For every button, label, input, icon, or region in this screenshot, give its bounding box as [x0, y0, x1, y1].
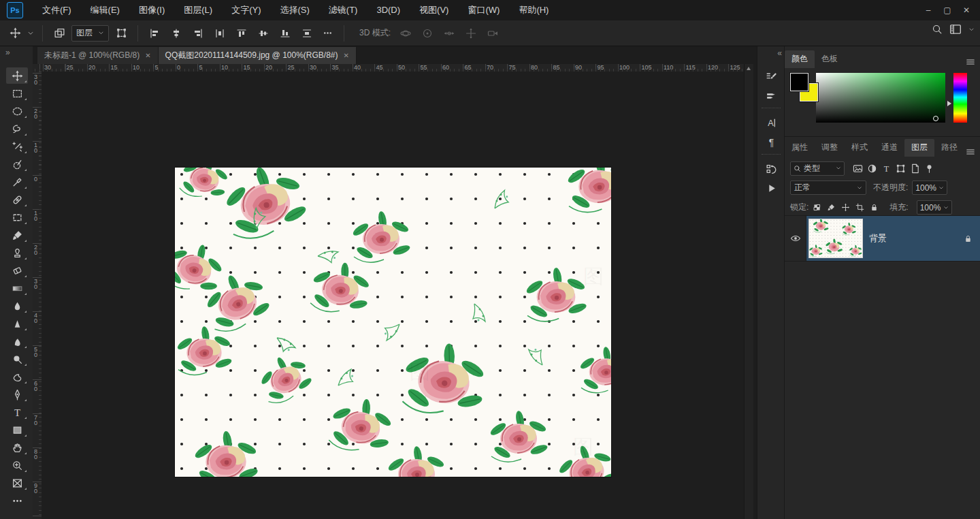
dock-collapse-chevron[interactable]: «	[777, 48, 781, 58]
tool-hand[interactable]	[6, 439, 28, 456]
close-tab-icon[interactable]: ✕	[145, 52, 150, 59]
tool-preset-chevron-icon[interactable]	[27, 30, 34, 37]
align-top-icon[interactable]	[233, 25, 250, 42]
foreground-color-swatch[interactable]	[790, 73, 808, 91]
hue-slider-arrow[interactable]	[947, 101, 951, 106]
menu-item-6[interactable]: 滤镜(T)	[319, 0, 368, 20]
tab-样式[interactable]: 样式	[845, 139, 875, 157]
smart-filter-icon[interactable]	[910, 163, 920, 174]
layer-filter-dropdown[interactable]: 类型	[790, 161, 845, 176]
hue-slider[interactable]	[953, 73, 967, 123]
menu-item-7[interactable]: 3D(D)	[367, 0, 410, 20]
menu-item-4[interactable]: 文字(Y)	[222, 0, 270, 20]
tool-smudge[interactable]	[6, 333, 28, 349]
tool-dodge[interactable]	[6, 351, 28, 367]
tool-burn[interactable]	[6, 368, 28, 385]
align-bottom-icon[interactable]	[277, 25, 293, 42]
tab-图层[interactable]: 图层	[904, 139, 934, 157]
tool-gradient[interactable]	[6, 280, 28, 296]
tool-edit-toolbar[interactable]	[6, 492, 28, 509]
align-middle-v-icon[interactable]	[255, 25, 272, 42]
document-tab[interactable]: 未标题-1 @ 100%(RGB/8) ✕	[37, 47, 159, 64]
minimize-button[interactable]: –	[919, 3, 938, 18]
tool-quick-select[interactable]	[6, 156, 28, 172]
blend-mode-dropdown[interactable]: 正常	[790, 180, 866, 195]
distribute-h-icon[interactable]	[212, 25, 228, 42]
orbit-3d-icon[interactable]	[397, 25, 414, 42]
tool-sharpen[interactable]	[6, 315, 28, 332]
menu-item-10[interactable]: 帮助(H)	[509, 0, 558, 20]
show-transform-controls-icon[interactable]	[113, 25, 129, 42]
chevron-down-icon[interactable]	[968, 27, 975, 33]
tool-eyedropper[interactable]	[6, 174, 28, 190]
tool-magic-wand[interactable]	[6, 138, 28, 155]
tools-expand-chevron[interactable]: »	[5, 48, 9, 57]
pan-3d-icon[interactable]	[441, 25, 457, 42]
close-button[interactable]: ✕	[957, 3, 976, 18]
more-align-options-icon[interactable]	[319, 25, 336, 42]
tab-swatches[interactable]: 色板	[815, 50, 845, 68]
auto-select-icon[interactable]	[51, 25, 67, 42]
tab-color[interactable]: 颜色	[785, 50, 815, 68]
menu-item-5[interactable]: 选择(S)	[270, 0, 318, 20]
menu-item-0[interactable]: 文件(F)	[33, 0, 81, 20]
color-spectrum-field[interactable]	[816, 73, 945, 123]
panel-brushes-icon[interactable]	[763, 87, 779, 104]
tool-patch[interactable]	[6, 209, 28, 225]
tool-lasso[interactable]	[6, 121, 28, 137]
tool-rectangle-shape[interactable]	[6, 422, 28, 438]
panel-menu-icon[interactable]	[966, 147, 975, 157]
tool-frame[interactable]	[6, 475, 28, 491]
image-filter-icon[interactable]	[853, 163, 863, 174]
scroll-up-arrow-icon[interactable]	[747, 67, 751, 70]
move-lock-icon[interactable]	[841, 203, 850, 212]
fill-input[interactable]: 100%	[917, 200, 952, 215]
layer-visibility-cell[interactable]	[785, 216, 806, 261]
maximize-button[interactable]: ▢	[938, 3, 957, 18]
tool-pen[interactable]	[6, 386, 28, 403]
panel-menu-icon[interactable]	[966, 57, 975, 67]
menu-item-9[interactable]: 窗口(W)	[458, 0, 509, 20]
close-tab-icon[interactable]: ✕	[344, 52, 349, 59]
distribute-v-icon[interactable]	[299, 25, 315, 42]
photoshop-logo[interactable]: Ps	[7, 2, 23, 18]
brush-lock-icon[interactable]	[827, 203, 836, 212]
search-icon[interactable]	[932, 24, 943, 35]
tool-type[interactable]: T	[6, 404, 28, 420]
tool-ellipse-marquee[interactable]	[6, 103, 28, 119]
tool-clone-stamp[interactable]	[6, 245, 28, 261]
tool-move[interactable]	[6, 67, 28, 84]
tab-路径[interactable]: 路径	[934, 139, 964, 157]
menu-item-3[interactable]: 图层(L)	[174, 0, 222, 20]
panel-history-icon[interactable]	[763, 161, 779, 177]
shape-filter-icon[interactable]	[896, 163, 906, 174]
layer-row-background[interactable]: 背景	[785, 215, 980, 262]
lock-icon[interactable]	[870, 203, 879, 212]
camera-3d-icon[interactable]	[485, 25, 501, 42]
slide-3d-icon[interactable]	[463, 25, 479, 42]
menu-item-2[interactable]: 图像(I)	[129, 0, 174, 20]
eye-icon[interactable]	[790, 233, 801, 244]
panel-paragraph-icon[interactable]: ¶	[763, 133, 779, 150]
tool-healing-brush[interactable]	[6, 191, 28, 208]
panel-actions-icon[interactable]	[763, 180, 779, 196]
align-right-icon[interactable]	[190, 25, 206, 42]
current-tool-icon[interactable]	[7, 25, 23, 42]
document-tab-active[interactable]: QQ截图20201114144509.jpg @ 100%(RGB/8#) ✕	[159, 47, 357, 64]
layer-thumbnail[interactable]	[809, 219, 862, 257]
panel-brush-settings-icon[interactable]	[763, 68, 779, 84]
tool-blur[interactable]	[6, 298, 28, 314]
checker-lock-icon[interactable]	[813, 203, 821, 212]
roll-3d-icon[interactable]	[419, 25, 436, 42]
tool-rect-marquee[interactable]	[6, 85, 28, 101]
opacity-input[interactable]: 100%	[912, 180, 947, 195]
menu-item-1[interactable]: 编辑(E)	[81, 0, 129, 20]
panel-character-icon[interactable]: A	[763, 114, 779, 131]
tab-通道[interactable]: 通道	[875, 139, 904, 157]
type-filter-icon[interactable]: T	[881, 163, 892, 174]
auto-select-target-dropdown[interactable]: 图层	[71, 25, 109, 42]
vertical-scrollbar[interactable]	[744, 64, 753, 519]
tool-zoom[interactable]	[6, 457, 28, 473]
layer-name[interactable]: 背景	[869, 232, 887, 245]
workspace-switcher-icon[interactable]	[949, 23, 962, 35]
